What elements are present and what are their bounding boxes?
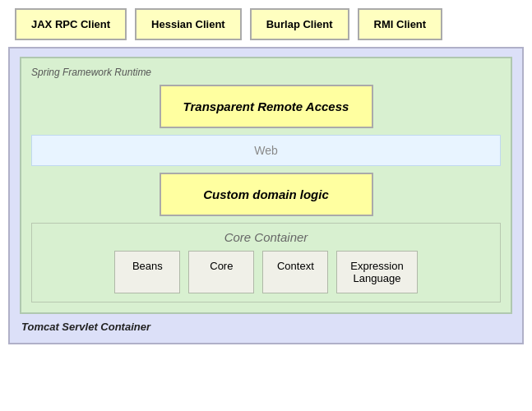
spring-runtime-container: Spring Framework Runtime Transparent Rem… [20,57,512,314]
core-container: Core Container Beans Core Context Expres… [31,223,501,302]
spring-runtime-label: Spring Framework Runtime [31,67,501,78]
jax-rpc-client-label: JAX RPC Client [31,18,110,30]
rmi-client-label: RMI Client [374,18,427,30]
custom-domain-label: Custom domain logic [203,187,329,201]
core-label: Core [210,260,233,272]
tomcat-container: Spring Framework Runtime Transparent Rem… [8,47,524,344]
burlap-client-label: Burlap Client [266,18,333,30]
hessian-client-label: Hessian Client [151,18,225,30]
core-container-label: Core Container [40,230,492,244]
core-item: Core [188,251,254,293]
rmi-client-box: RMI Client [358,8,443,40]
transparent-remote-label: Transparent Remote Access [183,99,349,113]
transparent-remote-box: Transparent Remote Access [160,85,373,128]
client-boxes-row: JAX RPC Client Hessian Client Burlap Cli… [0,0,532,47]
expression-language-item: Expression Language [336,251,417,293]
beans-item: Beans [114,251,180,293]
hessian-client-box: Hessian Client [135,8,242,40]
tomcat-label: Tomcat Servlet Container [20,321,512,333]
custom-domain-box: Custom domain logic [160,173,373,216]
web-label: Web [254,144,278,157]
expression-language-label: Expression Language [350,260,403,284]
context-item: Context [262,251,328,293]
jax-rpc-client-box: JAX RPC Client [15,8,127,40]
context-label: Context [277,260,314,272]
web-bar: Web [31,135,501,166]
burlap-client-box: Burlap Client [250,8,349,40]
beans-label: Beans [132,260,163,272]
core-items-row: Beans Core Context Expression Language [40,251,492,293]
